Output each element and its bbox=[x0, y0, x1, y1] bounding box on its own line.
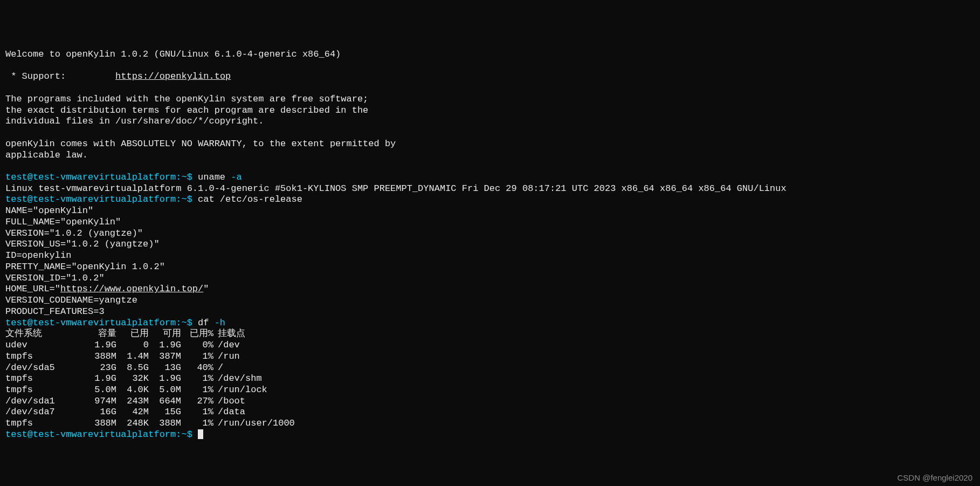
df-cell: 243M bbox=[119, 396, 151, 407]
table-row: /dev/sda716G42M15G1%/data bbox=[5, 407, 975, 418]
df-cell: 15G bbox=[151, 407, 183, 418]
terminal-output[interactable]: Welcome to openKylin 1.0.2 (GNU/Linux 6.… bbox=[5, 49, 975, 441]
motd-warranty-line-1: openKylin comes with ABSOLUTELY NO WARRA… bbox=[5, 139, 396, 149]
df-cell: 32K bbox=[119, 373, 151, 385]
df-cell: 1% bbox=[183, 351, 216, 362]
df-header-cell: 已用% bbox=[183, 328, 216, 340]
df-cell: 0% bbox=[183, 340, 216, 351]
df-cell: 23G bbox=[92, 362, 119, 374]
df-cell: tmpfs bbox=[5, 418, 92, 429]
df-cell: 13G bbox=[151, 362, 183, 374]
df-cell: /dev/sda7 bbox=[5, 407, 92, 418]
os-release-home-url-suffix: " bbox=[203, 284, 209, 294]
df-cell: 974M bbox=[92, 396, 119, 407]
df-output-table: 文件系统容量已用可用已用%挂载点udev1.9G01.9G0%/devtmpfs… bbox=[5, 328, 975, 429]
df-cell: 388M bbox=[92, 418, 119, 429]
df-cell: tmpfs bbox=[5, 385, 92, 396]
os-release-id: ID=openkylin bbox=[5, 250, 71, 261]
df-cell: 387M bbox=[151, 351, 183, 362]
df-cell: 1.9G bbox=[151, 340, 183, 351]
df-cell: 1% bbox=[183, 407, 216, 418]
df-cell: 5.0M bbox=[92, 385, 119, 396]
df-cell: 40% bbox=[183, 362, 216, 374]
os-release-version-us: VERSION_US="1.0.2 (yangtze)" bbox=[5, 239, 160, 249]
df-cell: 5.0M bbox=[151, 385, 183, 396]
motd-support-label: * Support: bbox=[5, 71, 115, 81]
table-row: tmpfs1.9G32K1.9G1%/dev/shm bbox=[5, 373, 975, 385]
os-release-home-url-link[interactable]: https://www.openkylin.top/ bbox=[60, 284, 203, 294]
os-release-version-id: VERSION_ID="1.0.2" bbox=[5, 273, 105, 283]
df-cell: /data bbox=[216, 407, 975, 418]
table-row: udev1.9G01.9G0%/dev bbox=[5, 340, 975, 351]
cmd-uname-flag: -a bbox=[231, 172, 241, 182]
table-row: /dev/sda523G8.5G13G40%/ bbox=[5, 362, 975, 374]
df-header-cell: 已用 bbox=[119, 328, 151, 340]
df-cell: 1.9G bbox=[151, 373, 183, 385]
motd-support-link[interactable]: https://openkylin.top bbox=[115, 71, 231, 81]
df-cell: /dev/sda1 bbox=[5, 396, 92, 407]
df-cell: 27% bbox=[183, 396, 216, 407]
df-cell: /dev/sda5 bbox=[5, 362, 92, 374]
df-header-row: 文件系统容量已用可用已用%挂载点 bbox=[5, 328, 975, 340]
df-cell: 664M bbox=[151, 396, 183, 407]
df-cell: 388M bbox=[92, 351, 119, 362]
motd-warranty-line-2: applicable law. bbox=[5, 150, 88, 160]
df-cell: 1.9G bbox=[92, 340, 119, 351]
uname-output: Linux test-vmwarevirtualplatform 6.1.0-4… bbox=[5, 183, 786, 194]
df-header-cell: 可用 bbox=[151, 328, 183, 340]
os-release-version: VERSION="1.0.2 (yangtze)" bbox=[5, 228, 143, 238]
os-release-fullname: FULL_NAME="openKylin" bbox=[5, 217, 121, 227]
df-cell: 248K bbox=[119, 418, 151, 429]
df-header-cell: 挂载点 bbox=[216, 328, 975, 340]
df-cell: /dev/shm bbox=[216, 373, 975, 385]
cmd-uname: uname bbox=[198, 172, 231, 182]
df-cell: /run bbox=[216, 351, 975, 362]
os-release-name: NAME="openKylin" bbox=[5, 206, 93, 216]
table-row: /dev/sda1974M243M664M27%/boot bbox=[5, 396, 975, 407]
cmd-df-flag: -h bbox=[215, 318, 225, 328]
df-cell: 1% bbox=[183, 385, 216, 396]
os-release-codename: VERSION_CODENAME=yangtze bbox=[5, 295, 137, 305]
df-cell: 388M bbox=[151, 418, 183, 429]
motd-programs-line-2: the exact distribution terms for each pr… bbox=[5, 105, 368, 115]
df-cell: /run/user/1000 bbox=[216, 418, 975, 429]
watermark: CSDN @fenglei2020 bbox=[898, 473, 972, 483]
df-cell: 1% bbox=[183, 373, 216, 385]
df-cell: tmpfs bbox=[5, 373, 92, 385]
terminal-cursor[interactable] bbox=[198, 429, 203, 439]
os-release-home-url-prefix: HOME_URL=" bbox=[5, 284, 60, 294]
df-cell: tmpfs bbox=[5, 351, 92, 362]
cmd-df: df bbox=[198, 318, 215, 328]
df-header-cell: 文件系统 bbox=[5, 328, 92, 340]
df-cell: 4.0K bbox=[119, 385, 151, 396]
motd-programs-line-1: The programs included with the openKylin… bbox=[5, 94, 368, 104]
motd-welcome: Welcome to openKylin 1.0.2 (GNU/Linux 6.… bbox=[5, 49, 341, 59]
shell-prompt-1: test@test-vmwarevirtualplatform:~$ bbox=[5, 172, 198, 182]
table-row: tmpfs5.0M4.0K5.0M1%/run/lock bbox=[5, 385, 975, 396]
df-cell: /run/lock bbox=[216, 385, 975, 396]
os-release-pretty-name: PRETTY_NAME="openKylin 1.0.2" bbox=[5, 262, 165, 272]
df-cell: 0 bbox=[119, 340, 151, 351]
df-header-cell: 容量 bbox=[92, 328, 119, 340]
shell-prompt-2: test@test-vmwarevirtualplatform:~$ bbox=[5, 194, 198, 204]
df-cell: 8.5G bbox=[119, 362, 151, 374]
shell-prompt-4: test@test-vmwarevirtualplatform:~$ bbox=[5, 429, 198, 440]
df-cell: 16G bbox=[92, 407, 119, 418]
df-cell: 42M bbox=[119, 407, 151, 418]
df-cell: / bbox=[216, 362, 975, 374]
df-cell: 1.9G bbox=[92, 373, 119, 385]
shell-prompt-3: test@test-vmwarevirtualplatform:~$ bbox=[5, 318, 198, 328]
motd-programs-line-3: individual files in /usr/share/doc/*/cop… bbox=[5, 116, 264, 126]
cmd-cat-os-release: cat /etc/os-release bbox=[198, 194, 302, 204]
df-cell: udev bbox=[5, 340, 92, 351]
table-row: tmpfs388M248K388M1%/run/user/1000 bbox=[5, 418, 975, 429]
df-cell: /dev bbox=[216, 340, 975, 351]
df-cell: /boot bbox=[216, 396, 975, 407]
table-row: tmpfs388M1.4M387M1%/run bbox=[5, 351, 975, 362]
df-cell: 1.4M bbox=[119, 351, 151, 362]
df-cell: 1% bbox=[183, 418, 216, 429]
os-release-product-features: PRODUCT_FEATURES=3 bbox=[5, 306, 105, 317]
